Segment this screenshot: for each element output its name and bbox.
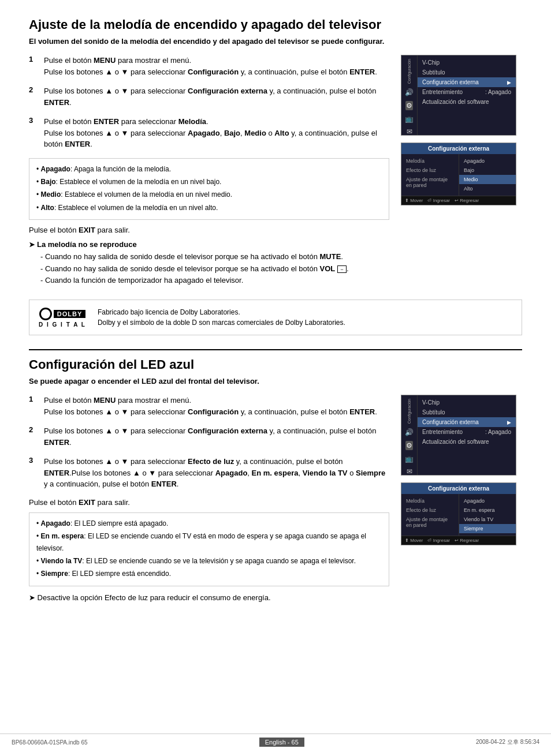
bottom-bar: BP68-00660A-01SPA.indb 65 English - 65 2… <box>0 733 551 750</box>
menu-footer1: ⬆ Mover ⏎ Ingresar ↩ Regresar <box>401 196 516 205</box>
s2-step1-text: Pulse el botón MENU para mostrar el menú… <box>44 395 377 417</box>
bottom-date: 2008-04-22 오후 8:56:34 <box>476 738 539 746</box>
info-item: • Apagado: El LED siempre está apagado. <box>36 518 382 529</box>
options-left: Melodía Efecto de luz Ajuste de montaje … <box>401 154 459 196</box>
info-item: • Medio: Establece el volumen de la melo… <box>36 189 382 200</box>
menu3-subtitulo: Subtítulo <box>418 407 516 417</box>
section1-content: 1 Pulse el botón MENU para mostrar el me… <box>29 55 522 291</box>
section2-content: 1 Pulse el botón MENU para mostrar el me… <box>29 395 522 608</box>
menu-item-actualizacion: Actualización del software <box>418 97 516 107</box>
note-item: Cuando la función de temporizador ha apa… <box>40 275 389 287</box>
dolby-box: DOLBY D I G I T A L Fabricado bajo licen… <box>29 300 522 335</box>
menu3-entretenimiento: Entretenimiento: Apagado <box>418 427 516 437</box>
opt2-melodia: Melodía <box>401 496 459 506</box>
section2-subtitle: Se puede apagar o encender el LED azul d… <box>29 377 522 386</box>
menu-item-subtitulo: Subtítulo <box>418 68 516 77</box>
dolby-desc: Fabricado bajo licencia de Dolby Laborat… <box>98 307 345 328</box>
step3-num: 3 <box>29 116 38 150</box>
section1-text: 1 Pulse el botón MENU para mostrar el me… <box>29 55 389 291</box>
icon-settings2: ⚙ <box>405 441 413 450</box>
options-body: Melodía Efecto de luz Ajuste de montaje … <box>401 154 516 196</box>
dolby-badge: DOLBY <box>54 310 86 318</box>
menu-item-vchip: V-Chip <box>418 58 516 68</box>
s2-step3-text: Pulse los botones ▲ o ▼ para seleccionar… <box>44 456 389 490</box>
step1-num: 1 <box>29 55 38 77</box>
info-item: • En m. espera: El LED se enciende cuand… <box>36 530 382 554</box>
footer2-back: ↩ Regresar <box>455 538 479 543</box>
dolby-line1: Fabricado bajo licencia de Dolby Laborat… <box>98 308 240 316</box>
opt2-efecto: Efecto de luz <box>401 506 459 515</box>
note1: La melodía no se reproduce Cuando no hay… <box>29 239 389 287</box>
opt2-montaje: Ajuste de montaje en pared <box>401 515 459 530</box>
options-right: Apagado Bajo Medio Alto <box>459 154 516 196</box>
footer-enter: ⏎ Ingresar <box>427 198 450 203</box>
icon-support: ✉ <box>407 128 412 136</box>
opt-alto: Alto <box>459 184 516 193</box>
opt2-siempre: Siempre <box>459 524 516 533</box>
note-item: Cuando no hay salida de sonido desde el … <box>40 263 389 275</box>
section-divider <box>29 349 522 350</box>
sidebar-label: Configuración <box>407 59 411 84</box>
menu-screen4: Configuración externa Melodía Efecto de … <box>401 482 516 545</box>
note-title1: La melodía no se reproduce <box>29 239 389 251</box>
footer-back: ↩ Regresar <box>455 198 479 203</box>
opt2-apagado: Apagado <box>459 496 516 506</box>
opt-row-montaje: Ajuste de montaje en pared <box>401 175 459 190</box>
s2-step2-num: 2 <box>29 425 38 448</box>
menu-screen2: Configuración externa Melodía Efecto de … <box>401 143 516 205</box>
icon-sound: 🔊 <box>405 88 414 96</box>
infobox1: • Apagado: Apaga la función de la melodí… <box>29 158 389 220</box>
footer-move: ⬆ Mover <box>405 198 423 203</box>
icon-support2: ✉ <box>407 467 412 476</box>
section1: Ajuste de la melodía de encendido y apag… <box>29 17 522 335</box>
footer2-enter: ⏎ Ingresar <box>427 538 450 543</box>
section2-menus: Configuración 🔊 ⚙ 📺 ✉ V-Chip Subtítulo C… <box>401 395 522 608</box>
options-title2: Configuración externa <box>401 483 516 494</box>
section2-title: Configuración del LED azul <box>29 357 522 372</box>
menu-footer2: ⬆ Mover ⏎ Ingresar ↩ Regresar <box>401 536 516 545</box>
s2-step3: 3 Pulse los botones ▲ o ▼ para seleccion… <box>29 456 389 490</box>
info-item: • Viendo la TV: El LED se enciende cuand… <box>36 555 382 567</box>
exit-text2: Pulse el botón EXIT para salir. <box>29 498 389 507</box>
dolby-logo: DOLBY D I G I T A L <box>39 308 86 328</box>
menu3-actualizacion: Actualización del software <box>418 437 516 447</box>
options-left2: Melodía Efecto de luz Ajuste de montaje … <box>401 494 459 536</box>
step2: 2 Pulse los botones ▲ o ▼ para seleccion… <box>29 85 389 108</box>
s2-step2: 2 Pulse los botones ▲ o ▼ para seleccion… <box>29 425 389 448</box>
icon-tv: 📺 <box>405 115 414 123</box>
section1-subtitle: El volumen del sonido de la melodía del … <box>29 37 522 46</box>
section1-menus: Configuración 🔊 ⚙ 📺 ✉ V-Chip Subtítulo C… <box>401 55 522 291</box>
options-body2: Melodía Efecto de luz Ajuste de montaje … <box>401 494 516 536</box>
page-badge: English - 65 <box>259 738 304 747</box>
opt-row-efecto: Efecto de luz <box>401 166 459 175</box>
s2-step1-num: 1 <box>29 395 38 417</box>
bottom-file: BP68-00660A-01SPA.indb 65 <box>12 739 88 746</box>
opt2-viendo: Viendo la TV <box>459 515 516 524</box>
note-item: Cuando no hay salida de sonido desde el … <box>40 251 389 263</box>
menu-item-entretenimiento: Entretenimiento: Apagado <box>418 87 516 97</box>
section1-title: Ajuste de la melodía de encendido y apag… <box>29 17 522 32</box>
note2: ➤ Desactive la opción Efecto de luz para… <box>29 592 389 604</box>
exit-text1: Pulse el botón EXIT para salir. <box>29 226 389 234</box>
page: Ajuste de la melodía de encendido y apag… <box>0 0 551 756</box>
opt2-espera: En m. espera <box>459 506 516 515</box>
info-item: • Bajo: Establece el volumen de la melod… <box>36 176 382 188</box>
s2-step3-num: 3 <box>29 456 38 490</box>
footer2-move: ⬆ Mover <box>405 538 423 543</box>
icon-settings: ⚙ <box>405 101 413 110</box>
section2: Configuración del LED azul Se puede apag… <box>29 357 522 608</box>
step1-text: Pulse el botón MENU para mostrar el menú… <box>44 55 377 77</box>
menu3-vchip: V-Chip <box>418 398 516 407</box>
opt-bajo: Bajo <box>459 166 516 175</box>
section2-text: 1 Pulse el botón MENU para mostrar el me… <box>29 395 389 608</box>
step2-num: 2 <box>29 85 38 108</box>
s2-step1: 1 Pulse el botón MENU para mostrar el me… <box>29 395 389 417</box>
dolby-d-icon <box>39 308 52 320</box>
icon-tv2: 📺 <box>405 455 414 463</box>
opt-medio: Medio <box>459 175 516 184</box>
dolby-top: DOLBY <box>39 308 86 320</box>
info-item: • Apagado: Apaga la función de la melodí… <box>36 163 382 175</box>
icon-sound2: 🔊 <box>405 428 414 436</box>
info-item: • Alto: Establece el volumen de la melod… <box>36 202 382 214</box>
opt-row-melodia: Melodía <box>401 156 459 166</box>
